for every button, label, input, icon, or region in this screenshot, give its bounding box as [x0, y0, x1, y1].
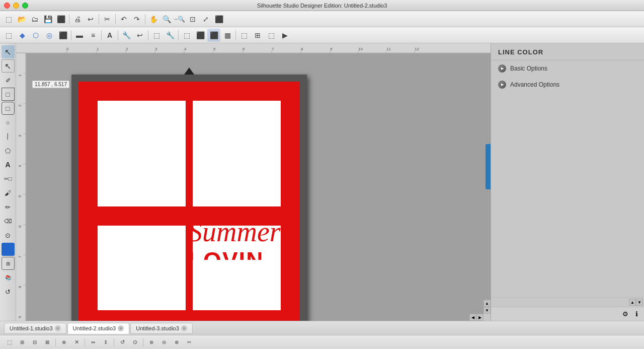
- tab-close-1[interactable]: ×: [55, 325, 61, 331]
- design-paper: Summer LOVIN: [78, 82, 300, 321]
- select-tool[interactable]: ⬚: [2, 29, 15, 42]
- save-button[interactable]: 💾: [41, 13, 54, 26]
- settings-icon[interactable]: ⚙: [621, 310, 630, 319]
- crop-tool[interactable]: ✂□: [2, 172, 15, 185]
- save-alt-button[interactable]: ⬛: [54, 13, 67, 26]
- maximize-button[interactable]: [22, 3, 28, 9]
- round-rect-tool[interactable]: □: [2, 102, 15, 115]
- rect-tool[interactable]: ⬛: [56, 29, 69, 42]
- close-button[interactable]: [4, 3, 10, 9]
- right-panel: LINE COLOR Basic Options Advanced Option…: [491, 43, 644, 321]
- ellipse-tool[interactable]: ○: [2, 116, 15, 129]
- fill-tool[interactable]: ⬛: [194, 29, 207, 42]
- select-all-tool[interactable]: ↖: [2, 59, 15, 73]
- tab-untitled1[interactable]: Untitled-1.studio3 ×: [4, 323, 66, 334]
- hexagon-tool[interactable]: ⬡: [29, 29, 42, 42]
- svg-text:10: 10: [358, 47, 363, 51]
- redo-button[interactable]: ↷: [130, 13, 143, 26]
- scroll-right-button[interactable]: ▶: [476, 314, 484, 321]
- bt-connect[interactable]: ⊕: [58, 337, 69, 348]
- save-browse-button[interactable]: 🗂: [28, 13, 41, 26]
- weld-tool[interactable]: ⬚: [180, 29, 193, 42]
- new-button[interactable]: ⬚: [2, 13, 15, 26]
- bt-flip-h[interactable]: ⇔: [88, 337, 99, 348]
- cut-button[interactable]: ✂: [101, 13, 114, 26]
- panel-scroll-down[interactable]: ▼: [636, 299, 643, 306]
- scroll-down-button[interactable]: ▼: [484, 307, 491, 314]
- tab-untitled3[interactable]: Untitled-3.studio3 ×: [130, 323, 193, 334]
- align-tool[interactable]: ≡: [87, 29, 100, 42]
- bt-rotate[interactable]: ↺: [117, 337, 128, 348]
- open-button[interactable]: 📂: [15, 13, 28, 26]
- basic-options-item[interactable]: Basic Options: [491, 60, 644, 77]
- pattern-tool[interactable]: ▦: [221, 29, 234, 42]
- print-button[interactable]: 🖨: [71, 13, 84, 26]
- text-tool[interactable]: A: [103, 29, 116, 42]
- tab-close-2[interactable]: ×: [118, 325, 124, 331]
- scroll-up-button[interactable]: ▲: [484, 300, 491, 307]
- eraser-left-tool[interactable]: ⌫: [2, 215, 15, 228]
- text-left-tool[interactable]: A: [2, 158, 15, 171]
- svg-text:4: 4: [184, 47, 187, 51]
- draw-tool[interactable]: ✏: [0, 71, 17, 90]
- view3-tool[interactable]: ⬚: [237, 29, 251, 42]
- polygon-tool[interactable]: ⬠: [2, 144, 15, 157]
- diamond-tool[interactable]: ◆: [16, 29, 29, 42]
- stamp-tool[interactable]: ⊙: [2, 229, 15, 242]
- zoom-out-button[interactable]: −🔍: [173, 13, 186, 26]
- eraser-tool[interactable]: ⬚: [150, 29, 163, 42]
- refresh-tool[interactable]: ↺: [2, 285, 15, 298]
- panel-scroll-up[interactable]: ▲: [629, 299, 636, 306]
- zoom-select-button[interactable]: ⤢: [199, 13, 212, 26]
- advanced-options-item[interactable]: Advanced Options: [491, 77, 644, 93]
- line-left-tool[interactable]: ∕: [0, 127, 17, 146]
- minimize-button[interactable]: [13, 3, 19, 9]
- layer-tool[interactable]: ⬚: [265, 29, 278, 42]
- layer-left-tool[interactable]: ⊞: [2, 257, 15, 270]
- info-icon[interactable]: ℹ: [632, 310, 641, 319]
- pencil-tool[interactable]: ✏: [2, 200, 15, 214]
- bt-select-all[interactable]: ⬚: [4, 337, 15, 348]
- coordinates-display: 11.857 , 6.517: [32, 81, 69, 88]
- undo-button[interactable]: ↶: [117, 13, 130, 26]
- bt-group[interactable]: ⊞: [17, 337, 28, 348]
- circle-tool[interactable]: ◎: [43, 29, 56, 42]
- bt-align[interactable]: ⊠: [42, 337, 53, 348]
- scroll-left-button[interactable]: ◀: [469, 314, 476, 321]
- node-tool[interactable]: 🔧: [120, 29, 133, 42]
- zoom-fit-button[interactable]: ⊡: [186, 13, 199, 26]
- view-alt-button[interactable]: ⬛: [212, 13, 225, 26]
- paint-tool[interactable]: 🖌: [2, 186, 15, 199]
- knife-tool[interactable]: 🔧: [164, 29, 177, 42]
- pan-button[interactable]: ✋: [147, 13, 160, 26]
- toolbar-sep-4: [145, 14, 145, 24]
- border-right: [281, 82, 300, 321]
- bt-flip-v[interactable]: ⇕: [100, 337, 111, 348]
- bt-disconnect[interactable]: ✕: [71, 337, 82, 348]
- bt-subtract[interactable]: ⊖: [158, 337, 170, 348]
- rect-left-tool[interactable]: □: [2, 88, 15, 101]
- bt-knife[interactable]: ✂: [184, 337, 195, 348]
- toolbar-view-group: ✋ 🔍 −🔍 ⊡ ⤢ ⬛: [147, 13, 225, 26]
- line-tool[interactable]: ▬: [73, 29, 86, 42]
- tab-close-3[interactable]: ×: [181, 325, 187, 331]
- design-canvas[interactable]: Summer LOVIN: [71, 68, 308, 321]
- canvas-area[interactable]: 0 1 2 3 4 5 6 7 8 9 10 11 12: [16, 43, 491, 321]
- svg-text:9: 9: [330, 47, 333, 51]
- grid-tool[interactable]: ⊞: [251, 29, 264, 42]
- bt-intersect[interactable]: ⊗: [171, 337, 182, 348]
- bt-mirror[interactable]: ⊙: [129, 337, 140, 348]
- library-tool[interactable]: 📚: [2, 271, 15, 284]
- bt-weld[interactable]: ⊛: [146, 337, 157, 348]
- bt-ungroup[interactable]: ⊟: [29, 337, 40, 348]
- bt-sep-2: [85, 338, 85, 346]
- tab-untitled2[interactable]: Untitled-2.studio3 ×: [67, 323, 130, 334]
- blue-accent-bar[interactable]: [486, 144, 491, 189]
- send-tool[interactable]: ▶: [278, 29, 291, 42]
- pointer-tool[interactable]: ↖: [2, 45, 15, 58]
- smooth-tool[interactable]: ↩: [133, 29, 146, 42]
- zoom-in-button[interactable]: 🔍: [160, 13, 173, 26]
- line-color-tool[interactable]: ⬛: [207, 29, 220, 42]
- print-alt-button[interactable]: ↩: [84, 13, 97, 26]
- fill-left-tool[interactable]: [2, 243, 15, 256]
